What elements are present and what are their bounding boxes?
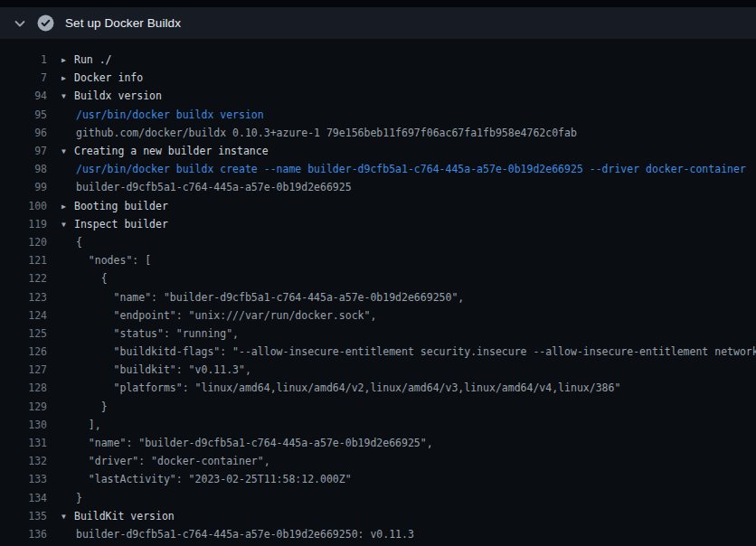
output-text: "buildkitd-flags": "--allow-insecure-ent… [47,345,756,358]
line-number[interactable]: 133 [0,473,47,485]
line-number[interactable]: 120 [0,236,47,249]
log-line: 123 "name": "builder-d9cfb5a1-c764-445a-… [0,287,756,306]
line-number[interactable]: 135 [0,510,47,522]
line-number[interactable]: 122 [0,272,47,285]
log-group-row[interactable]: 1▶Run ./ [0,51,756,69]
log-line: 98/usr/bin/docker buildx create --name b… [0,160,756,178]
log-group-row[interactable]: 119▼Inspect builder [0,215,756,233]
log-line: 134} [0,489,756,507]
line-number[interactable]: 128 [0,381,47,394]
line-number[interactable]: 100 [0,200,47,212]
group-title[interactable]: Creating a new builder instance [74,145,269,157]
log-line: 128 "platforms": "linux/amd64,linux/amd6… [0,379,756,397]
output-text: "platforms": "linux/amd64,linux/amd64/v2… [47,381,620,394]
log-line: 124 "endpoint": "unix:///var/run/docker.… [0,306,756,325]
log-group-row[interactable]: 100▶Booting builder [0,197,756,215]
log-line: 120{ [0,233,756,251]
group-title[interactable]: Inspect builder [74,218,168,231]
group-title[interactable]: Docker info [74,71,143,84]
line-number[interactable]: 119 [0,218,47,231]
line-number[interactable]: 97 [0,145,47,157]
output-text: } [47,400,108,413]
line-number[interactable]: 132 [0,455,47,467]
line-number[interactable]: 124 [0,309,47,322]
line-number[interactable]: 131 [0,437,47,449]
output-text: "status": "running", [47,327,239,340]
output-text: { [47,236,82,249]
group-expanded-icon[interactable]: ▼ [61,221,74,229]
group-expanded-icon[interactable]: ▼ [61,92,74,100]
line-number[interactable]: 129 [0,400,47,413]
group-title[interactable]: Run ./ [74,53,112,66]
check-circle-icon [37,14,54,32]
log-line: 133 "lastActivity": "2023-02-25T11:58:12… [0,470,756,488]
group-collapsed-icon[interactable]: ▶ [61,202,74,211]
line-number[interactable]: 126 [0,345,47,358]
output-text: "name": "builder-d9cfb5a1-c764-445a-a57e… [47,291,464,304]
line-number[interactable]: 7 [0,71,47,84]
line-number[interactable]: 98 [0,163,47,175]
log-line: 131 "name": "builder-d9cfb5a1-c764-445a-… [0,434,756,452]
output-text: builder-d9cfb5a1-c764-445a-a57e-0b19d2e6… [47,528,414,541]
line-number[interactable]: 121 [0,254,47,267]
line-number[interactable]: 123 [0,291,47,304]
log-output: 1▶Run ./7▶Docker info94▼Buildx version95… [0,39,756,546]
group-expanded-icon[interactable]: ▼ [61,513,74,521]
log-line: 136builder-d9cfb5a1-c764-445a-a57e-0b19d… [0,525,756,543]
log-line: 132 "driver": "docker-container", [0,452,756,470]
output-text: "endpoint": "unix:///var/run/docker.sock… [47,309,376,322]
group-title[interactable]: Buildx version [74,89,162,102]
log-group-row[interactable]: 135▼BuildKit version [0,507,756,525]
log-line: 121 "nodes": [ [0,251,756,269]
actions-log-viewer: Set up Docker Buildx 1▶Run ./7▶Docker in… [0,0,756,546]
log-line: 129 } [0,398,756,416]
output-text: "name": "builder-d9cfb5a1-c764-445a-a57e… [47,437,433,449]
log-group-row[interactable]: 7▶Docker info [0,69,756,87]
log-line: 99builder-d9cfb5a1-c764-445a-a57e-0b19d2… [0,178,756,196]
log-line: 127 "buildkit": "v0.11.3", [0,361,756,379]
output-text: "nodes": [ [47,254,151,267]
output-text: github.com/docker/buildx 0.10.3+azure-1 … [47,127,577,139]
group-collapsed-icon[interactable]: ▶ [61,74,74,82]
line-number[interactable]: 125 [0,327,47,340]
command-text: /usr/bin/docker buildx create --name bui… [47,163,746,175]
log-line: 126 "buildkitd-flags": "--allow-insecure… [0,343,756,361]
group-collapsed-icon[interactable]: ▶ [61,56,74,64]
line-number[interactable]: 96 [0,127,47,139]
group-title[interactable]: Booting builder [74,200,168,212]
log-group-row[interactable]: 97▼Creating a new builder instance [0,142,756,160]
output-text: { [47,272,108,285]
line-number[interactable]: 130 [0,419,47,431]
group-expanded-icon[interactable]: ▼ [61,147,74,155]
step-title: Set up Docker Buildx [65,16,181,30]
output-text: "driver": "docker-container", [47,455,270,467]
line-number[interactable]: 94 [0,89,47,102]
line-number[interactable]: 1 [0,53,47,66]
log-group-row[interactable]: 94▼Buildx version [0,87,756,105]
log-line: 95/usr/bin/docker buildx version [0,106,756,124]
line-number[interactable]: 99 [0,181,47,193]
log-line: 130 ], [0,416,756,434]
line-number[interactable]: 95 [0,108,47,121]
log-line: 125 "status": "running", [0,325,756,343]
line-number[interactable]: 134 [0,492,47,504]
log-line: 96github.com/docker/buildx 0.10.3+azure-… [0,124,756,142]
log-line: 122 { [0,269,756,287]
output-text: ], [47,419,101,431]
step-header[interactable]: Set up Docker Buildx [0,7,756,39]
line-number[interactable]: 127 [0,363,47,376]
chevron-down-icon[interactable] [13,16,27,31]
output-text: builder-d9cfb5a1-c764-445a-a57e-0b19d2e6… [47,181,352,193]
output-text: "buildkit": "v0.11.3", [47,363,251,376]
command-text: /usr/bin/docker buildx version [47,108,264,121]
line-number[interactable]: 136 [0,528,47,541]
output-text: "lastActivity": "2023-02-25T11:58:12.000… [47,473,352,485]
group-title[interactable]: BuildKit version [74,510,175,522]
output-text: } [47,492,82,504]
